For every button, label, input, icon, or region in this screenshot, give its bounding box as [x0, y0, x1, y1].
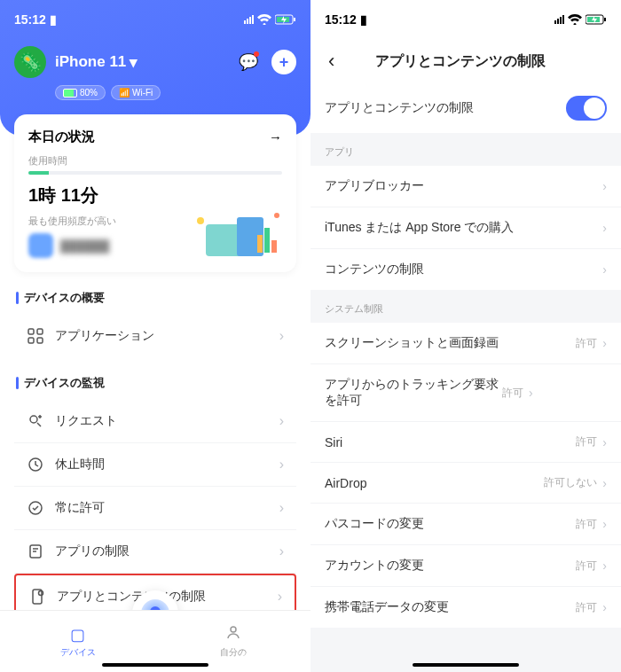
svg-point-9: [274, 213, 279, 218]
today-card[interactable]: 本日の状況 → 使用時間 1時 11分 最も使用頻度が高い ██████: [14, 114, 296, 272]
row-master-toggle[interactable]: アプリとコンテンツの制限: [310, 83, 621, 133]
device-icon: ▢: [70, 625, 85, 645]
arrow-right-icon: →: [269, 129, 282, 145]
svg-rect-18: [33, 590, 42, 604]
chevron-right-icon: ›: [602, 336, 607, 350]
signal-icon: [554, 15, 564, 24]
svg-point-8: [197, 217, 204, 224]
top-app-name: ██████: [60, 239, 109, 253]
master-toggle[interactable]: [566, 96, 607, 121]
chevron-right-icon: ›: [279, 328, 284, 344]
device-name-dropdown[interactable]: iPhone 11 ▾: [55, 53, 138, 72]
device-avatar[interactable]: 🦠: [14, 46, 46, 78]
svg-rect-25: [604, 18, 606, 21]
battery-icon: [275, 14, 296, 25]
row-passcode[interactable]: パスコードの変更 許可 ›: [310, 504, 621, 545]
right-phone: 15:12 ▮ ‹ アプリとコンテンツの制限 アプリとコンテンツの制限 アプリ …: [310, 0, 621, 672]
section-apps: アプリ: [310, 133, 621, 166]
chevron-down-icon: ▾: [130, 53, 138, 72]
chevron-right-icon: ›: [529, 386, 533, 400]
chevron-right-icon: ›: [602, 179, 607, 193]
row-always-allow[interactable]: 常に許可 ›: [14, 487, 296, 530]
svg-point-22: [231, 627, 236, 632]
row-account[interactable]: アカウントの変更 許可 ›: [310, 545, 621, 587]
row-applications[interactable]: アプリケーション ›: [14, 315, 296, 357]
row-airdrop[interactable]: AirDrop 許可しない ›: [310, 463, 621, 504]
status-badges: 80% 📶 Wi-Fi: [55, 85, 296, 100]
svg-rect-12: [28, 338, 34, 343]
svg-point-19: [39, 591, 43, 596]
row-screenshot[interactable]: スクリーンショットと画面録画 許可 ›: [310, 323, 621, 364]
row-content-restrict[interactable]: コンテンツの制限 ›: [310, 249, 621, 290]
section-overview: デバイスの概要: [0, 272, 310, 315]
person-icon: [225, 624, 241, 645]
usage-label: 使用時間: [28, 154, 282, 168]
row-request[interactable]: リクエスト ›: [14, 400, 296, 443]
apps-grid-icon: [27, 327, 44, 345]
usage-progress: [28, 171, 282, 175]
left-phone: 15:12 ▮ 🦠 iPhone 11 ▾ 💬 + 80% 📶 Wi-Fi 本日…: [0, 0, 310, 672]
chevron-right-icon: ›: [279, 500, 284, 516]
status-bar: 15:12 ▮: [14, 0, 296, 39]
device-settings-icon: [28, 588, 46, 606]
svg-rect-7: [271, 240, 277, 253]
status-time: 15:12: [14, 12, 46, 27]
home-indicator: [413, 663, 519, 667]
wifi-icon: [568, 14, 582, 25]
svg-rect-11: [37, 329, 43, 334]
svg-rect-6: [264, 228, 270, 253]
svg-rect-10: [28, 329, 34, 334]
home-indicator: [102, 663, 208, 667]
request-icon: [27, 412, 44, 430]
row-downtime[interactable]: 休止時間 ›: [14, 443, 296, 487]
row-itunes[interactable]: iTunes または App Store での購入 ›: [310, 207, 621, 249]
illustration: [188, 208, 286, 262]
wifi-icon: [257, 14, 271, 25]
chevron-right-icon: ›: [602, 476, 607, 490]
status-bar: 15:12 ▮: [310, 0, 621, 39]
battery-icon: [586, 14, 607, 25]
chevron-right-icon: ›: [602, 600, 607, 614]
hourglass-icon: [27, 543, 44, 560]
row-tracking[interactable]: アプリからのトラッキング要求を許可 許可 ›: [310, 364, 621, 422]
chevron-right-icon: ›: [602, 517, 607, 531]
chevron-right-icon: ›: [279, 543, 284, 559]
page-title: アプリとコンテンツの制限: [310, 52, 610, 71]
status-time: 15:12: [325, 12, 357, 27]
chevron-right-icon: ›: [602, 559, 607, 573]
chevron-right-icon: ›: [279, 457, 284, 473]
notification-dot: [254, 51, 259, 57]
chevron-right-icon: ›: [602, 435, 607, 449]
today-title: 本日の状況: [28, 129, 95, 145]
nav-bar: ‹ アプリとコンテンツの制限: [310, 39, 621, 83]
chat-button[interactable]: 💬: [236, 50, 261, 74]
chevron-right-icon: ›: [279, 413, 284, 429]
add-button[interactable]: +: [271, 50, 296, 74]
allow-icon: [27, 499, 44, 517]
notif-icon: ▮: [360, 12, 367, 27]
wifi-badge: 📶 Wi-Fi: [111, 85, 161, 100]
notif-icon: ▮: [50, 12, 57, 27]
top-app-icon: [28, 233, 53, 258]
row-app-limits[interactable]: アプリの制限 ›: [14, 530, 296, 574]
svg-rect-2: [294, 18, 295, 21]
clock-icon: [27, 456, 44, 473]
svg-point-14: [30, 416, 37, 423]
svg-rect-5: [257, 235, 263, 253]
section-monitor: デバイスの監視: [0, 357, 310, 400]
svg-rect-13: [37, 338, 43, 343]
device-row: 🦠 iPhone 11 ▾ 💬 +: [14, 46, 296, 78]
row-siri[interactable]: Siri 許可 ›: [310, 422, 621, 463]
row-cellular[interactable]: 携帯電話データの変更 許可 ›: [310, 587, 621, 628]
signal-icon: [244, 15, 254, 24]
chevron-right-icon: ›: [278, 589, 282, 605]
section-system: システム制限: [310, 290, 621, 323]
chevron-right-icon: ›: [602, 221, 607, 235]
battery-badge: 80%: [55, 85, 106, 100]
chevron-right-icon: ›: [602, 262, 607, 277]
row-app-blocker[interactable]: アプリブロッカー ›: [310, 166, 621, 207]
usage-time: 1時 11分: [28, 184, 282, 207]
